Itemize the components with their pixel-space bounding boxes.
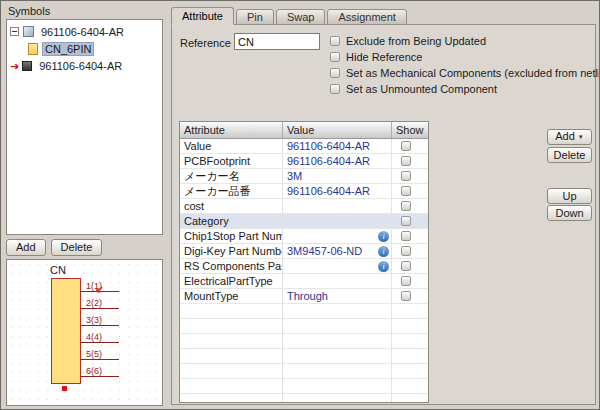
checkbox-label: Hide Reference bbox=[346, 51, 422, 63]
symbol-preview-canvas[interactable]: CN 1(1) 2(2) 3(3) 4(4) 5(5) 6(6) ➜ bbox=[6, 259, 163, 406]
table-row-digikey[interactable]: Digi-Key Part Number 3M9457-06-ND i bbox=[180, 244, 428, 259]
table-header-row: Attribute Value Show bbox=[180, 122, 428, 139]
add-attribute-button[interactable]: Add▼ bbox=[547, 129, 592, 145]
attribute-name: メーカー品番 bbox=[180, 184, 283, 198]
table-row-category[interactable]: Category bbox=[180, 214, 428, 229]
add-symbol-button[interactable]: Add bbox=[6, 239, 46, 256]
table-row-cost[interactable]: cost bbox=[180, 199, 428, 214]
exclude-from-update-checkbox[interactable] bbox=[330, 36, 340, 46]
show-checkbox[interactable] bbox=[401, 156, 411, 166]
table-row-empty bbox=[180, 364, 428, 379]
show-checkbox[interactable] bbox=[401, 261, 411, 271]
show-checkbox[interactable] bbox=[401, 291, 411, 301]
show-checkbox[interactable] bbox=[401, 216, 411, 226]
delete-symbol-button[interactable]: Delete bbox=[51, 239, 103, 256]
symbol-body bbox=[51, 278, 81, 384]
show-checkbox[interactable] bbox=[401, 186, 411, 196]
checkbox-label: Set as Unmounted Component bbox=[346, 83, 497, 95]
option-row: Hide Reference bbox=[330, 50, 422, 63]
delete-attribute-button[interactable]: Delete bbox=[547, 147, 592, 163]
attribute-name: Digi-Key Part Number bbox=[180, 244, 283, 258]
unmounted-component-checkbox[interactable] bbox=[330, 84, 340, 94]
tree-item-label: 961106-6404-AR bbox=[38, 25, 127, 39]
table-row-empty bbox=[180, 394, 428, 403]
pin-line-3 bbox=[81, 325, 119, 326]
tab-assignment[interactable]: Assignment bbox=[327, 9, 406, 25]
tree-item-label: 961106-6404-AR bbox=[36, 59, 125, 73]
option-row: Set as Mechanical Components (excluded f… bbox=[330, 66, 600, 79]
pin-marker-icon: ➜ bbox=[93, 283, 106, 297]
attribute-value: 3M bbox=[287, 169, 302, 183]
show-checkbox[interactable] bbox=[401, 246, 411, 256]
tab-swap[interactable]: Swap bbox=[276, 9, 326, 25]
tab-pin[interactable]: Pin bbox=[236, 9, 274, 25]
symbol-properties-window: Symbols 961106-6404-AR CN_6PIN ➜ 961106-… bbox=[0, 0, 600, 410]
pin-line-6 bbox=[81, 376, 119, 377]
table-row-empty bbox=[180, 334, 428, 349]
reference-input[interactable] bbox=[234, 33, 320, 50]
pin-label-4: 4(4) bbox=[86, 332, 102, 342]
attribute-name: MountType bbox=[180, 289, 283, 303]
column-header-value[interactable]: Value bbox=[283, 122, 392, 138]
option-row: Set as Unmounted Component bbox=[330, 82, 497, 95]
tree-item-part[interactable]: ➜ 961106-6404-AR bbox=[7, 57, 162, 74]
attribute-table: Attribute Value Show Value 961106-6404-A… bbox=[179, 121, 429, 403]
checkbox-label: Exclude from Being Updated bbox=[346, 35, 486, 47]
reference-label: Reference bbox=[180, 37, 231, 49]
show-checkbox[interactable] bbox=[401, 201, 411, 211]
supplier-info-icon[interactable]: i bbox=[378, 261, 389, 272]
table-row-electricalparttype[interactable]: ElectricalPartType bbox=[180, 274, 428, 289]
attribute-value: 3M9457-06-ND bbox=[287, 244, 362, 258]
table-row-pcbfootprint[interactable]: PCBFootprint 961106-6404-AR bbox=[180, 154, 428, 169]
hide-reference-checkbox[interactable] bbox=[330, 52, 340, 62]
pin-line-4 bbox=[81, 342, 119, 343]
attribute-value: Through bbox=[287, 289, 328, 303]
attribute-tab-page: Reference Exclude from Being Updated Hid… bbox=[171, 24, 596, 405]
table-row-empty bbox=[180, 304, 428, 319]
table-row-value[interactable]: Value 961106-6404-AR bbox=[180, 139, 428, 154]
attribute-name: メーカー名 bbox=[180, 169, 283, 183]
move-down-button[interactable]: Down bbox=[547, 205, 592, 221]
option-row: Exclude from Being Updated bbox=[330, 34, 486, 47]
attribute-name: cost bbox=[180, 199, 283, 213]
tree-item-symbol[interactable]: CN_6PIN bbox=[7, 40, 162, 57]
collapse-expander-icon[interactable] bbox=[10, 27, 19, 36]
attribute-name: ElectricalPartType bbox=[180, 274, 283, 288]
attribute-value: 961106-6404-AR bbox=[287, 154, 370, 168]
checkbox-label: Set as Mechanical Components (excluded f… bbox=[346, 67, 600, 79]
mechanical-component-checkbox[interactable] bbox=[330, 68, 340, 78]
tree-item-label-selected: CN_6PIN bbox=[42, 42, 94, 56]
add-attribute-label: Add bbox=[555, 130, 575, 142]
component-icon bbox=[23, 26, 34, 37]
attribute-name: PCBFootprint bbox=[180, 154, 283, 168]
table-row-rs-components[interactable]: RS Components Part... i bbox=[180, 259, 428, 274]
table-row-maker-name[interactable]: メーカー名 3M bbox=[180, 169, 428, 184]
symbols-panel-title: Symbols bbox=[8, 5, 50, 17]
pin-label-3: 3(3) bbox=[86, 315, 102, 325]
tree-item-component[interactable]: 961106-6404-AR bbox=[7, 23, 162, 40]
table-row-maker-partnumber[interactable]: メーカー品番 961106-6404-AR bbox=[180, 184, 428, 199]
show-checkbox[interactable] bbox=[401, 141, 411, 151]
pin-label-2: 2(2) bbox=[86, 298, 102, 308]
pin-line-5 bbox=[81, 359, 119, 360]
show-checkbox[interactable] bbox=[401, 171, 411, 181]
table-row-empty bbox=[180, 379, 428, 394]
tab-attribute[interactable]: Attribute bbox=[171, 7, 234, 25]
move-up-button[interactable]: Up bbox=[547, 188, 592, 204]
table-row-empty bbox=[180, 319, 428, 334]
show-checkbox[interactable] bbox=[401, 231, 411, 241]
show-checkbox[interactable] bbox=[401, 276, 411, 286]
attribute-value: 961106-6404-AR bbox=[287, 139, 370, 153]
table-row-chip1stop[interactable]: Chip1Stop Part Num... i bbox=[180, 229, 428, 244]
pin-label-5: 5(5) bbox=[86, 349, 102, 359]
supplier-info-icon[interactable]: i bbox=[378, 246, 389, 257]
table-row-mounttype[interactable]: MountType Through bbox=[180, 289, 428, 304]
supplier-info-icon[interactable]: i bbox=[378, 231, 389, 242]
column-header-show[interactable]: Show bbox=[392, 122, 428, 138]
table-row-empty bbox=[180, 349, 428, 364]
symbols-tree: 961106-6404-AR CN_6PIN ➜ 961106-6404-AR bbox=[6, 19, 163, 235]
attribute-name: Chip1Stop Part Num... bbox=[180, 229, 283, 243]
column-header-attribute[interactable]: Attribute bbox=[180, 122, 283, 138]
attribute-value: 961106-6404-AR bbox=[287, 184, 370, 198]
pin-label-6: 6(6) bbox=[86, 366, 102, 376]
